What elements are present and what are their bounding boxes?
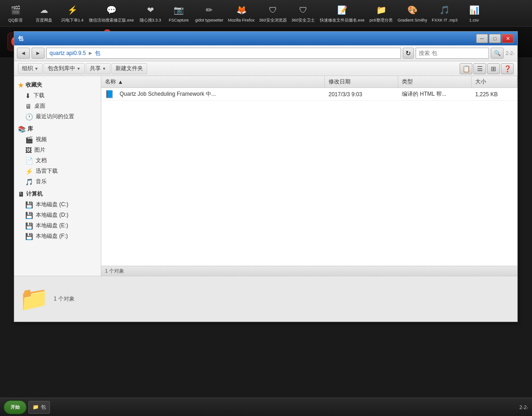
taskbar-top-icon: ☁ xyxy=(37,3,51,17)
taskbar-top-label: gidot typesetter xyxy=(195,18,224,23)
organize-arrow: ▼ xyxy=(34,66,38,71)
taskbar-top-label: QQ影音 xyxy=(8,18,23,23)
sidebar-item-drive-f[interactable]: 💾 本地磁盘 (F:) xyxy=(14,231,101,241)
file-explorer-window: 包 ─ □ ✕ ◄ ► quartz api0.9.5 ► 包 ↻ 🔍 2-2-… xyxy=(14,31,518,322)
video-icon: 🎬 xyxy=(25,136,33,143)
sidebar-item-video[interactable]: 🎬 视频 xyxy=(14,134,101,145)
sidebar-item-recent[interactable]: 🕐 最近访问的位置 xyxy=(14,111,101,122)
sidebar-item-drive-e[interactable]: 💾 本地磁盘 (E:) xyxy=(14,220,101,231)
sidebar-computer-header[interactable]: 🖥 计算机 xyxy=(14,189,101,199)
music-label: 音乐 xyxy=(36,178,47,186)
taskbar-top-label: FSCapture xyxy=(169,18,189,23)
taskbar-top-item[interactable]: 📝快速修改文件后缀名.exe xyxy=(318,1,367,25)
refresh-button[interactable]: ↻ xyxy=(403,48,414,59)
sidebar-item-music[interactable]: 🎵 音乐 xyxy=(14,176,101,187)
help-button[interactable]: ❓ xyxy=(501,63,514,74)
taskbar-top-item[interactable]: ⚡闪电下单1.4 xyxy=(59,1,86,25)
file-icon: 📘 xyxy=(105,90,114,99)
col-header-name[interactable]: 名称 ▲ xyxy=(101,76,325,88)
taskbar-top-item[interactable]: 📊1.csv xyxy=(461,1,488,25)
sidebar-favorites-header[interactable]: ★ 收藏夹 xyxy=(14,80,101,90)
taskbar-top-label: Mozilla Firefox xyxy=(228,18,255,23)
sidebar-item-downloads[interactable]: ⬇ 下载 xyxy=(14,90,101,101)
taskbar-top: 🎬QQ影音☁百度网盘⚡闪电下单1.4💬微信活动搜索修正版.exe❤随心搜3.3.… xyxy=(0,0,532,26)
col-name-label: 名称 xyxy=(105,78,116,86)
taskbar-top-item[interactable]: 🛡360安全浏览器 xyxy=(258,1,289,25)
taskbar-top-label: pc6整理分类 xyxy=(369,18,393,23)
taskbar-top-icon: 📷 xyxy=(172,3,186,17)
drive-e-label: 本地磁盘 (E:) xyxy=(36,222,68,230)
maximize-button[interactable]: □ xyxy=(489,34,501,43)
taskbar-top-item[interactable]: ❤随心搜3.3.3 xyxy=(137,1,164,25)
taskbar-top-item[interactable]: ✏gidot typesetter xyxy=(193,1,225,25)
close-button[interactable]: ✕ xyxy=(502,34,514,43)
drive-f-label: 本地磁盘 (F:) xyxy=(36,232,68,240)
col-header-date[interactable]: 修改日期 xyxy=(325,76,398,88)
organize-button[interactable]: 组织 ▼ xyxy=(18,63,43,74)
file-date-text: 2017/3/3 9:03 xyxy=(329,91,362,98)
taskbar-top-item[interactable]: 🎵FXXK IT .mp3 xyxy=(430,1,459,25)
date-display: 2-2- xyxy=(505,50,515,56)
organize-label: 组织 xyxy=(22,65,33,72)
include-label: 包含到库中 xyxy=(48,65,75,72)
taskbar-top-item[interactable]: ☁百度网盘 xyxy=(30,1,58,25)
taskbar-top-label: Gradient Smithy xyxy=(398,18,428,23)
minimize-button[interactable]: ─ xyxy=(476,34,488,43)
view-toggle-button[interactable]: ☰ xyxy=(473,63,486,74)
favorites-star-icon: ★ xyxy=(18,82,24,89)
include-arrow: ▼ xyxy=(77,66,81,71)
path-part-1[interactable]: quartz api0.9.5 xyxy=(49,50,86,56)
forward-button[interactable]: ► xyxy=(32,48,44,59)
new-folder-button[interactable]: 新建文件夹 xyxy=(111,63,147,74)
search-input[interactable] xyxy=(416,48,489,59)
share-button[interactable]: 共享 ▼ xyxy=(86,63,110,74)
taskbar-top-icon: 📁 xyxy=(374,3,388,17)
back-button[interactable]: ◄ xyxy=(17,48,30,59)
content-area: ★ 收藏夹 ⬇ 下载 🖥 桌面 🕐 最近访问的位置 xyxy=(14,76,517,276)
start-button[interactable]: 开始 xyxy=(4,400,27,414)
sidebar-library-header[interactable]: 📚 库 xyxy=(14,124,101,134)
taskbar-top-item[interactable]: 🎨Gradient Smithy xyxy=(396,1,429,25)
toolbar: 组织 ▼ 包含到库中 ▼ 共享 ▼ 新建文件夹 📋 ☰ ⊞ ❓ xyxy=(14,61,517,76)
taskbar-top-item[interactable]: 🦊Mozilla Firefox xyxy=(226,1,257,25)
column-headers: 名称 ▲ 修改日期 类型 大小 xyxy=(101,76,517,88)
col-header-type[interactable]: 类型 xyxy=(398,76,472,88)
taskbar-top-label: 360安全卫士 xyxy=(291,18,315,23)
documents-label: 文档 xyxy=(36,157,47,164)
drive-c-label: 本地磁盘 (C:) xyxy=(36,201,68,208)
address-path-display[interactable]: quartz api0.9.5 ► 包 xyxy=(46,48,401,59)
taskbar-top-item[interactable]: 🛡360安全卫士 xyxy=(290,1,317,25)
taskbar-top-icon: 📝 xyxy=(335,3,349,17)
search-button[interactable]: 🔍 xyxy=(491,48,504,59)
file-name-text: Quartz Job Scheduling Framework 中... xyxy=(120,90,216,98)
taskbar-bottom: 开始 📁 包 2-2- xyxy=(0,398,532,416)
taskbar-top-icon: 🛡 xyxy=(296,3,310,17)
taskbar-top-item[interactable]: 💬微信活动搜索修正版.exe xyxy=(87,1,136,25)
taskbar-top-label: FXXK IT .mp3 xyxy=(432,18,457,23)
taskbar-top-item[interactable]: 📷FSCapture xyxy=(165,1,192,25)
path-separator: ► xyxy=(88,50,93,56)
sidebar-item-drive-c[interactable]: 💾 本地磁盘 (C:) xyxy=(14,199,101,210)
table-row[interactable]: 📘 Quartz Job Scheduling Framework 中... 2… xyxy=(101,88,517,101)
computer-label: 计算机 xyxy=(26,190,43,198)
include-library-button[interactable]: 包含到库中 ▼ xyxy=(44,63,85,74)
favorites-label: 收藏夹 xyxy=(26,81,42,89)
taskbar-active-window[interactable]: 📁 包 xyxy=(28,401,50,414)
properties-button[interactable]: 📋 xyxy=(460,63,472,74)
sidebar-item-drive-d[interactable]: 💾 本地磁盘 (D:) xyxy=(14,210,101,220)
col-header-size[interactable]: 大小 xyxy=(472,76,517,88)
taskbar-top-label: 快速修改文件后缀名.exe xyxy=(320,18,365,23)
new-folder-label: 新建文件夹 xyxy=(115,65,143,72)
sidebar-item-pictures[interactable]: 🖼 图片 xyxy=(14,145,101,155)
taskbar-top-icon: 🎬 xyxy=(9,3,22,17)
sidebar-item-documents[interactable]: 📄 文档 xyxy=(14,155,101,166)
taskbar-top-item[interactable]: 🎬QQ影音 xyxy=(2,1,29,25)
path-part-2[interactable]: 包 xyxy=(95,49,100,57)
window-titlebar: 包 ─ □ ✕ xyxy=(14,32,517,45)
sidebar-item-desktop[interactable]: 🖥 桌面 xyxy=(14,101,101,111)
sidebar-item-thunder[interactable]: ⚡ 迅雷下载 xyxy=(14,166,101,176)
taskbar-top-item[interactable]: 📁pc6整理分类 xyxy=(367,1,395,25)
start-label: 开始 xyxy=(11,404,20,411)
active-window-label: 包 xyxy=(41,404,46,411)
view-details-button[interactable]: ⊞ xyxy=(487,63,500,74)
